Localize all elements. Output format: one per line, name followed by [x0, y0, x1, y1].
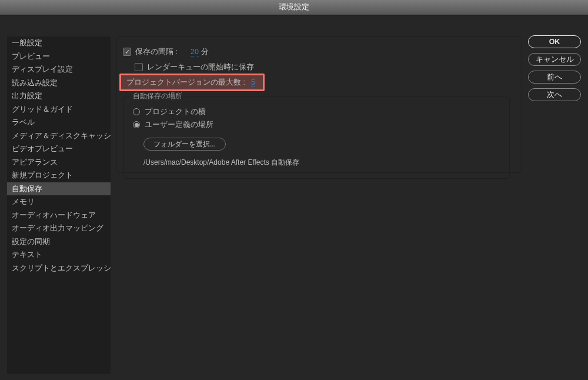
sidebar-item[interactable]: ディスプレイ設定 — [7, 63, 111, 76]
radio-custom-location-label: ユーザー定義の場所 — [145, 120, 213, 130]
ok-button[interactable]: OK — [528, 35, 581, 48]
radio-next-to-project[interactable] — [133, 108, 140, 115]
save-interval-value[interactable]: 20 — [191, 48, 199, 56]
sidebar-item[interactable]: 出力設定 — [7, 89, 111, 103]
sidebar-item[interactable]: グリッド＆ガイド — [7, 103, 111, 116]
sidebar-item[interactable]: ラベル — [7, 116, 111, 129]
sidebar-item[interactable]: 読み込み設定 — [7, 76, 111, 90]
autosave-settings-panel: ✓ 保存の間隔 : 20 分 ✓ レンダーキューの開始時に保存 プロジェクトバー… — [116, 36, 522, 173]
save-interval-label: 保存の間隔 : — [135, 47, 178, 57]
sidebar-item[interactable]: プレビュー — [7, 50, 111, 64]
sidebar-item[interactable]: 一般設定 — [7, 36, 111, 50]
sidebar-item[interactable]: 新規プロジェクト — [7, 169, 111, 182]
sidebar-item[interactable]: 設定の同期 — [7, 235, 111, 249]
autosave-path-text: /Users/mac/Desktop/Adobe After Effects 自… — [143, 158, 500, 168]
preferences-sidebar: 一般設定プレビューディスプレイ設定読み込み設定出力設定グリッド＆ガイドラベルメデ… — [7, 36, 111, 374]
max-versions-label: プロジェクトバージョンの最大数 : — [126, 78, 245, 88]
save-interval-checkbox[interactable]: ✓ — [123, 48, 131, 56]
autosave-location-legend: 自動保存の場所 — [131, 91, 185, 101]
sidebar-item[interactable]: オーディオハードウェア — [7, 209, 111, 222]
choose-folder-button[interactable]: フォルダーを選択... — [143, 138, 226, 151]
max-versions-value[interactable]: 5 — [251, 78, 255, 87]
next-button[interactable]: 次へ — [528, 88, 581, 101]
sidebar-item[interactable]: テキスト — [7, 248, 111, 262]
save-on-render-label: レンダーキューの開始時に保存 — [147, 62, 254, 72]
save-on-render-checkbox[interactable]: ✓ — [135, 63, 143, 71]
sidebar-item[interactable]: メディア＆ディスクキャッシュ — [7, 129, 111, 143]
sidebar-item[interactable]: メモリ — [7, 195, 111, 209]
save-interval-unit: 分 — [201, 47, 209, 57]
sidebar-item[interactable]: ビデオプレビュー — [7, 142, 111, 156]
sidebar-item[interactable]: スクリプトとエクスプレッション — [7, 262, 111, 275]
sidebar-item[interactable]: 自動保存 — [7, 182, 111, 196]
radio-next-to-project-label: プロジェクトの横 — [145, 107, 206, 117]
prev-button[interactable]: 前へ — [528, 71, 581, 84]
window-title: 環境設定 — [279, 2, 309, 12]
dialog-buttons: OK キャンセル 前へ 次へ — [528, 35, 581, 106]
window-titlebar: 環境設定 — [0, 0, 588, 15]
sidebar-item[interactable]: オーディオ出力マッピング — [7, 222, 111, 235]
autosave-location-group: 自動保存の場所 プロジェクトの横 ユーザー定義の場所 フォルダーを選択... /… — [123, 96, 510, 179]
cancel-button[interactable]: キャンセル — [528, 53, 581, 66]
sidebar-item[interactable]: アピアランス — [7, 156, 111, 169]
radio-custom-location[interactable] — [133, 121, 140, 128]
